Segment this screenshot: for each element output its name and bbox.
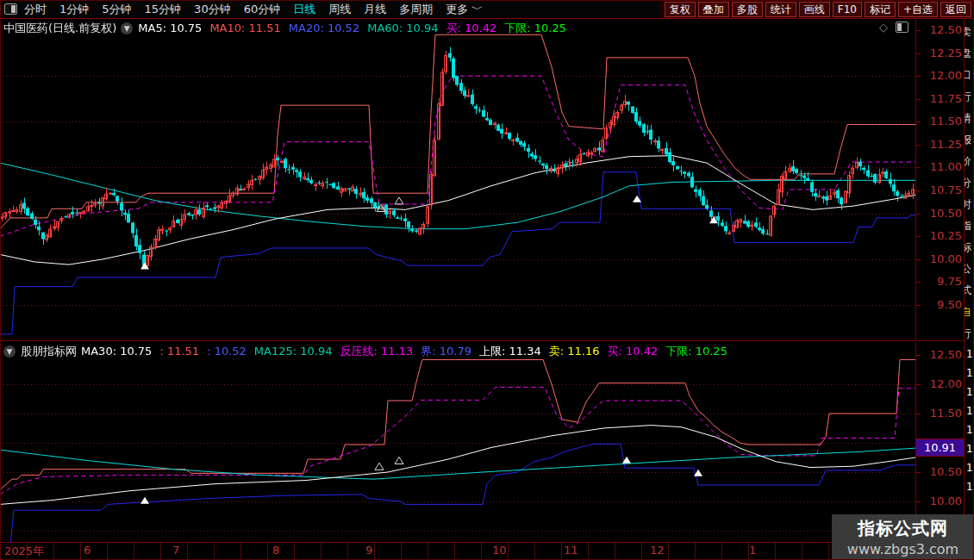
toolbar-button[interactable]: 统计	[765, 2, 796, 17]
time-tick	[240, 543, 241, 557]
toolbar-button[interactable]: +自选	[898, 2, 938, 17]
time-tick	[187, 543, 188, 557]
legend-item: MA10: 11.51	[209, 22, 280, 34]
month-label: 7	[172, 544, 179, 557]
axis-tick	[916, 305, 921, 306]
toolbar-button[interactable]: 返回	[940, 2, 971, 17]
toolbar-button[interactable]: 复权	[665, 2, 696, 17]
price-axis-label: 12.50	[930, 24, 962, 36]
time-tick	[294, 543, 295, 557]
toolbar-button[interactable]: 标记	[865, 2, 896, 17]
clipped-text-fragment: 1	[966, 420, 974, 439]
toolbar: 分时1分钟5分钟15分钟30分钟60分钟日线周线月线多周期更多 ﹀ 复权叠加多股…	[0, 0, 974, 19]
time-tick	[534, 543, 535, 557]
footer-tick	[267, 557, 268, 560]
clipped-text-fragment: 行	[964, 86, 974, 108]
footer-tick	[0, 557, 1, 560]
footer-tick	[187, 557, 188, 560]
price-axis-label: 11.00	[930, 161, 962, 173]
price-axis-label: 9.75	[937, 276, 962, 288]
axis-tick	[916, 190, 921, 191]
footer-tick	[134, 557, 134, 560]
axis-tick	[916, 259, 921, 260]
month-label: 11	[564, 544, 578, 557]
period-tab[interactable]: 日线	[293, 2, 315, 17]
time-tick	[454, 543, 455, 557]
footer-tick	[721, 557, 722, 560]
price-axis-label: 11.75	[930, 93, 962, 105]
footer-tick	[668, 557, 669, 560]
watermark: 指标公式网 www.zbgs3.com	[832, 514, 974, 560]
footer-tick	[27, 557, 28, 560]
time-tick	[828, 543, 829, 557]
legend-item: MA30: 10.75	[81, 345, 152, 358]
time-tick	[80, 543, 81, 557]
toolbar-button[interactable]: F10	[833, 2, 862, 17]
toolbar-action-list: 复权叠加多股统计画线F10标记+自选返回	[659, 0, 974, 18]
clipped-text-fragment: 价	[964, 151, 974, 172]
price-axis-label: 11.25	[930, 139, 962, 151]
clipped-text-fragment: 1	[966, 477, 974, 496]
toolbar-button[interactable]: 多股	[732, 2, 763, 17]
main-chart-canvas[interactable]	[0, 19, 915, 340]
period-tab[interactable]: 更多 ﹀	[446, 2, 483, 17]
pane2-legend: MA30: 10.75: 11.51: 10.52MA125: 10.94反压线…	[81, 344, 735, 359]
layout-split-icon[interactable]	[4, 3, 17, 15]
clipped-text-fragment: 公	[964, 258, 974, 280]
footer-tick	[561, 557, 562, 560]
legend-item: MA5: 10.75	[138, 22, 202, 34]
time-tick	[107, 543, 108, 557]
price-axis-label: 10.50	[930, 208, 962, 220]
price-axis-label: 11.50	[930, 115, 962, 128]
stock-title: 中国医药(日线.前复权)	[3, 21, 116, 36]
time-tick	[267, 543, 268, 557]
footer-tick	[347, 557, 348, 560]
legend-item: 下限: 10.25	[665, 345, 727, 358]
price-axis-label: 10.00	[930, 253, 962, 265]
time-tick	[134, 543, 134, 557]
footer-tick	[53, 557, 54, 560]
price-axis-label: 11.50	[930, 408, 962, 420]
legend-item: 卖: 11.16	[549, 345, 600, 358]
indicator-chart-canvas[interactable]	[0, 342, 915, 542]
footer-tick	[401, 557, 402, 560]
period-tab[interactable]: 1分钟	[59, 2, 89, 17]
axis-tick	[916, 472, 921, 473]
axis-tick	[916, 30, 921, 31]
period-tab[interactable]: 60分钟	[244, 2, 281, 17]
toolbar-button[interactable]: 叠加	[698, 2, 729, 17]
pane1-header: 中国医药(日线.前复权) ▼ MA5: 10.75MA10: 11.51MA20…	[3, 21, 574, 36]
period-tab[interactable]: 多周期	[399, 2, 433, 17]
chevron-down-icon[interactable]: ▼	[121, 22, 133, 34]
time-tick	[0, 543, 1, 557]
clipped-text-fragment: 1	[966, 345, 974, 364]
footer-tick	[588, 557, 589, 560]
clipped-text-fragment: 1	[966, 439, 974, 458]
chevron-down-icon[interactable]: ▼	[3, 345, 16, 358]
month-label: 6	[84, 544, 91, 557]
clipped-text-fragment: 分	[964, 172, 974, 194]
price-axis-label: 12.50	[930, 349, 962, 361]
clipped-text-fragment: 标	[964, 237, 974, 258]
footer-tick-strip	[0, 557, 974, 560]
clipped-text-fragment: 指	[964, 215, 974, 237]
footer-tick	[508, 557, 509, 560]
footer-tick	[294, 557, 295, 560]
period-tab[interactable]: 5分钟	[102, 2, 131, 17]
price-axis-label: 10.25	[930, 230, 962, 242]
diamond-icon[interactable]: ◇	[879, 21, 888, 34]
period-tab[interactable]: 分时	[24, 2, 47, 17]
month-label: 8	[272, 544, 279, 557]
panel-split-icon[interactable]	[896, 22, 908, 33]
footer-tick	[160, 557, 161, 560]
period-tab[interactable]: 15分钟	[145, 2, 182, 17]
legend-item: 反压线: 11.13	[340, 345, 414, 358]
toolbar-button[interactable]: 画线	[799, 2, 830, 17]
period-tab[interactable]: 30分钟	[194, 2, 231, 17]
clipped-text-fragment: 1	[966, 364, 974, 383]
footer-tick	[641, 557, 642, 560]
legend-item: 买: 10.42	[607, 345, 658, 358]
period-tab[interactable]: 周线	[328, 2, 351, 17]
pane2-header: ▼ 股朋指标网 MA30: 10.75: 11.51: 10.52MA125: …	[3, 344, 735, 359]
period-tab[interactable]: 月线	[364, 2, 386, 17]
